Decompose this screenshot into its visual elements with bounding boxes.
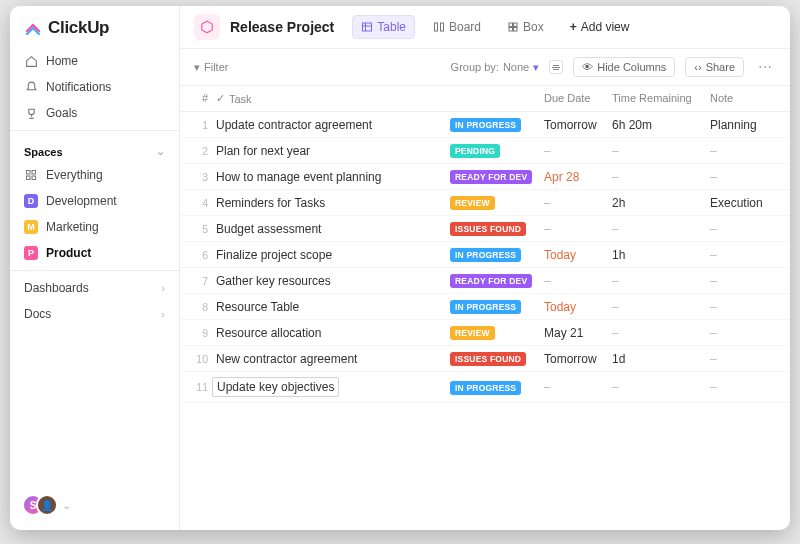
box-icon — [507, 21, 519, 33]
status-cell[interactable]: ISSUES FOUND — [450, 221, 544, 236]
due-cell[interactable]: Tomorrow — [544, 118, 612, 132]
table-row[interactable]: 7Gather key resourcesREADY FOR DEV––– — [180, 268, 790, 294]
share-button[interactable]: ‹›Share — [685, 57, 744, 77]
sidebar-item-product[interactable]: PProduct — [10, 240, 179, 266]
task-title[interactable]: Update contractor agreement — [216, 118, 450, 132]
user-avatars[interactable]: S 👤 ⌄ — [10, 488, 179, 522]
table-row[interactable]: 11Update key objectivesIN PROGRESS––– — [180, 372, 790, 403]
status-cell[interactable]: READY FOR DEV — [450, 273, 544, 288]
time-cell[interactable]: 1d — [612, 352, 710, 366]
grid-icon — [24, 168, 38, 182]
svg-rect-4 — [363, 23, 372, 31]
status-cell[interactable]: IN PROGRESS — [450, 299, 544, 314]
task-title[interactable]: New contractor agreement — [216, 352, 450, 366]
due-cell[interactable]: – — [544, 196, 612, 210]
nav-goals[interactable]: Goals — [10, 100, 179, 126]
table-row[interactable]: 8Resource TableIN PROGRESSToday–– — [180, 294, 790, 320]
task-title[interactable]: Resource Table — [216, 300, 450, 314]
due-cell[interactable]: May 21 — [544, 326, 612, 340]
task-title[interactable]: How to manage event planning — [216, 170, 450, 184]
view-tab-box[interactable]: Box — [499, 16, 552, 38]
nav-home[interactable]: Home — [10, 48, 179, 74]
due-cell[interactable]: – — [544, 144, 612, 158]
filter-button[interactable]: ▾Filter — [194, 61, 228, 74]
table-row[interactable]: 10New contractor agreementISSUES FOUNDTo… — [180, 346, 790, 372]
time-cell[interactable]: – — [612, 222, 710, 236]
task-title[interactable]: Finalize project scope — [216, 248, 450, 262]
spaces-header[interactable]: Spaces⌄ — [10, 135, 179, 162]
note-cell[interactable]: – — [710, 222, 776, 236]
table-row[interactable]: 2Plan for next yearPENDING––– — [180, 138, 790, 164]
time-cell[interactable]: – — [612, 380, 710, 394]
sort-button[interactable] — [549, 60, 563, 74]
task-title[interactable]: Gather key resources — [216, 274, 450, 288]
view-tab-label: Add view — [581, 20, 630, 34]
more-menu-button[interactable]: ⋯ — [754, 59, 776, 75]
table-row[interactable]: 6Finalize project scopeIN PROGRESSToday1… — [180, 242, 790, 268]
space-badge: M — [24, 220, 38, 234]
add-view-button[interactable]: +Add view — [562, 16, 638, 38]
task-title[interactable]: Budget assessment — [216, 222, 450, 236]
sidebar-item-development[interactable]: DDevelopment — [10, 188, 179, 214]
table-row[interactable]: 9Resource allocationREVIEWMay 21–– — [180, 320, 790, 346]
status-cell[interactable]: IN PROGRESS — [450, 117, 544, 132]
time-cell[interactable]: 2h — [612, 196, 710, 210]
task-title[interactable]: Update key objectives — [216, 377, 450, 397]
note-cell[interactable]: – — [710, 300, 776, 314]
task-title[interactable]: Resource allocation — [216, 326, 450, 340]
table-body: 1Update contractor agreementIN PROGRESST… — [180, 112, 790, 530]
due-cell[interactable]: – — [544, 380, 612, 394]
status-cell[interactable]: IN PROGRESS — [450, 380, 544, 395]
table-row[interactable]: 3How to manage event planningREADY FOR D… — [180, 164, 790, 190]
note-cell[interactable]: Execution — [710, 196, 776, 210]
col-task[interactable]: ✓Task — [216, 92, 450, 105]
table-row[interactable]: 1Update contractor agreementIN PROGRESST… — [180, 112, 790, 138]
due-cell[interactable]: Apr 28 — [544, 170, 612, 184]
task-title[interactable]: Reminders for Tasks — [216, 196, 450, 210]
col-time[interactable]: Time Remaining — [612, 92, 710, 105]
time-cell[interactable]: – — [612, 326, 710, 340]
nav-notifications[interactable]: Notifications — [10, 74, 179, 100]
status-cell[interactable]: READY FOR DEV — [450, 169, 544, 184]
due-cell[interactable]: Tomorrow — [544, 352, 612, 366]
hide-columns-button[interactable]: 👁Hide Columns — [573, 57, 675, 77]
sidebar-item-dashboards[interactable]: Dashboards› — [10, 275, 179, 301]
status-cell[interactable]: ISSUES FOUND — [450, 351, 544, 366]
time-cell[interactable]: – — [612, 300, 710, 314]
view-tab-table[interactable]: Table — [352, 15, 415, 39]
status-cell[interactable]: IN PROGRESS — [450, 247, 544, 262]
time-cell[interactable]: – — [612, 274, 710, 288]
table-row[interactable]: 4Reminders for TasksREVIEW–2hExecution — [180, 190, 790, 216]
due-cell[interactable]: Today — [544, 300, 612, 314]
note-cell[interactable]: – — [710, 380, 776, 394]
note-cell[interactable]: – — [710, 248, 776, 262]
note-cell[interactable]: – — [710, 326, 776, 340]
view-tab-board[interactable]: Board — [425, 16, 489, 38]
due-cell[interactable]: – — [544, 222, 612, 236]
time-cell[interactable]: – — [612, 144, 710, 158]
status-cell[interactable]: REVIEW — [450, 325, 544, 340]
sidebar-item-docs[interactable]: Docs› — [10, 301, 179, 327]
note-cell[interactable]: – — [710, 144, 776, 158]
group-by-dropdown[interactable]: Group by: None ▾ — [451, 61, 540, 74]
note-cell[interactable]: – — [710, 274, 776, 288]
time-cell[interactable]: 1h — [612, 248, 710, 262]
status-cell[interactable]: REVIEW — [450, 195, 544, 210]
note-cell[interactable]: – — [710, 352, 776, 366]
sidebar-item-everything[interactable]: Everything — [10, 162, 179, 188]
due-cell[interactable]: Today — [544, 248, 612, 262]
col-note[interactable]: Note — [710, 92, 776, 105]
time-cell[interactable]: 6h 20m — [612, 118, 710, 132]
note-cell[interactable]: – — [710, 170, 776, 184]
status-cell[interactable]: PENDING — [450, 143, 544, 158]
task-title[interactable]: Plan for next year — [216, 144, 450, 158]
time-cell[interactable]: – — [612, 170, 710, 184]
due-cell[interactable]: – — [544, 274, 612, 288]
task-title-input[interactable]: Update key objectives — [212, 377, 339, 397]
table-row[interactable]: 5Budget assessmentISSUES FOUND––– — [180, 216, 790, 242]
sidebar-item-marketing[interactable]: MMarketing — [10, 214, 179, 240]
avatar: 👤 — [36, 494, 58, 516]
note-cell[interactable]: Planning — [710, 118, 776, 132]
row-number: 2 — [194, 145, 216, 157]
col-due[interactable]: Due Date — [544, 92, 612, 105]
